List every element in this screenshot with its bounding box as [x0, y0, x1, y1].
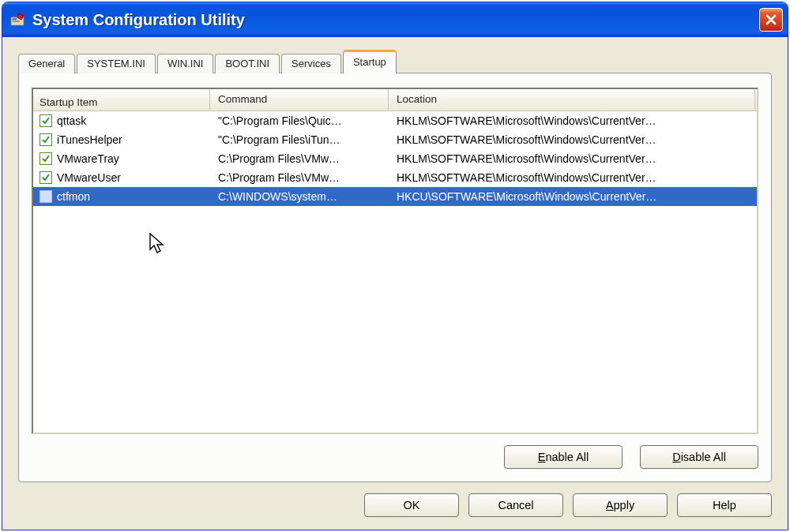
- tab-system-ini[interactable]: SYSTEM.INI: [77, 54, 156, 73]
- startup-item-location: HKCU\SOFTWARE\Microsoft\Windows\CurrentV…: [389, 190, 755, 203]
- enable-all-button[interactable]: Enable All: [504, 445, 623, 469]
- tab-boot-ini[interactable]: BOOT.INI: [215, 54, 280, 73]
- column-header-location[interactable]: Location: [389, 89, 755, 111]
- startup-item-location: HKLM\SOFTWARE\Microsoft\Windows\CurrentV…: [389, 114, 755, 127]
- startup-row[interactable]: ctfmon C:\WINDOWS\system… HKCU\SOFTWARE\…: [33, 187, 757, 206]
- titlebar[interactable]: System Configuration Utility: [2, 2, 788, 37]
- checkbox-icon[interactable]: [40, 190, 52, 203]
- checkbox-icon[interactable]: [40, 171, 52, 184]
- startup-item-command: C:\WINDOWS\system…: [210, 190, 389, 203]
- startup-item-name: ctfmon: [57, 190, 90, 203]
- startup-listview[interactable]: Startup Item Command Location qttask "C:…: [32, 88, 758, 434]
- tab-services[interactable]: Services: [281, 54, 341, 73]
- svg-rect-1: [13, 18, 17, 20]
- panel-button-row: Enable All Disable All: [32, 445, 758, 469]
- app-icon: [9, 11, 26, 28]
- tab-general[interactable]: General: [18, 54, 75, 73]
- client-area: General SYSTEM.INI WIN.INI BOOT.INI Serv…: [2, 37, 788, 530]
- startup-item-name: qttask: [57, 114, 86, 127]
- tab-strip: General SYSTEM.INI WIN.INI BOOT.INI Serv…: [18, 50, 772, 73]
- help-button[interactable]: Help: [677, 493, 772, 517]
- apply-button[interactable]: Apply: [573, 493, 668, 517]
- column-header-command[interactable]: Command: [210, 89, 389, 111]
- close-button[interactable]: [759, 8, 783, 32]
- dialog-button-row: OK Cancel Apply Help: [18, 493, 772, 517]
- ok-button[interactable]: OK: [364, 493, 459, 517]
- disable-all-button[interactable]: Disable All: [640, 445, 758, 469]
- startup-item-location: HKLM\SOFTWARE\Microsoft\Windows\CurrentV…: [389, 152, 755, 165]
- checkbox-icon[interactable]: [40, 114, 52, 127]
- startup-item-location: HKLM\SOFTWARE\Microsoft\Windows\CurrentV…: [389, 171, 755, 184]
- startup-item-command: "C:\Program Files\iTun…: [210, 133, 389, 146]
- checkbox-icon[interactable]: [40, 152, 52, 165]
- svg-rect-2: [13, 21, 20, 22]
- listview-body: qttask "C:\Program Files\Quic… HKLM\SOFT…: [33, 111, 757, 433]
- startup-item-name: VMwareUser: [57, 171, 121, 184]
- checkbox-icon[interactable]: [40, 133, 52, 146]
- startup-row[interactable]: VMwareUser C:\Program Files\VMw… HKLM\SO…: [33, 168, 757, 187]
- startup-item-name: VMwareTray: [57, 152, 119, 165]
- window-frame: System Configuration Utility General SYS…: [2, 2, 788, 530]
- startup-item-command: C:\Program Files\VMw…: [210, 171, 389, 184]
- listview-header: Startup Item Command Location: [33, 89, 757, 111]
- startup-row[interactable]: iTunesHelper "C:\Program Files\iTun… HKL…: [33, 130, 757, 149]
- window-title: System Configuration Utility: [32, 11, 759, 29]
- cancel-button[interactable]: Cancel: [468, 493, 563, 517]
- startup-item-location: HKLM\SOFTWARE\Microsoft\Windows\CurrentV…: [389, 133, 755, 146]
- tab-startup[interactable]: Startup: [343, 51, 397, 73]
- column-header-startup-item[interactable]: Startup Item: [33, 89, 210, 111]
- tab-win-ini[interactable]: WIN.INI: [157, 54, 214, 73]
- startup-item-name: iTunesHelper: [57, 133, 122, 146]
- startup-row[interactable]: VMwareTray C:\Program Files\VMw… HKLM\SO…: [33, 149, 757, 168]
- tab-panel-startup: Startup Item Command Location qttask "C:…: [18, 73, 772, 482]
- startup-row[interactable]: qttask "C:\Program Files\Quic… HKLM\SOFT…: [33, 111, 757, 130]
- startup-item-command: "C:\Program Files\Quic…: [210, 114, 389, 127]
- startup-item-command: C:\Program Files\VMw…: [210, 152, 389, 165]
